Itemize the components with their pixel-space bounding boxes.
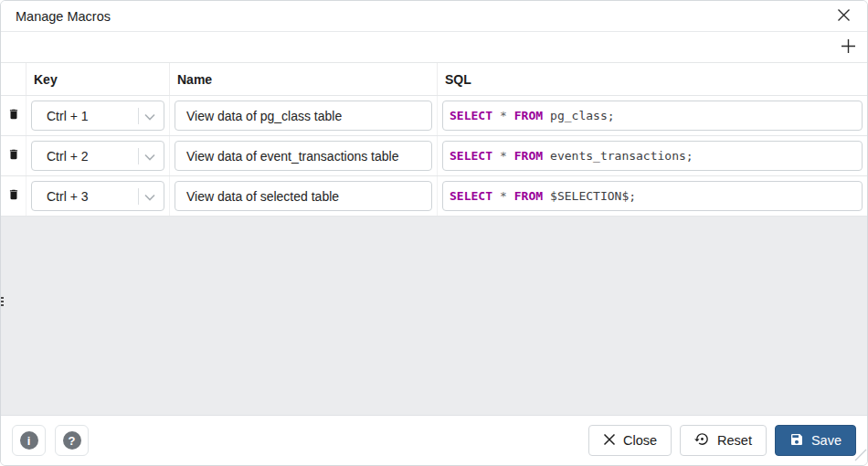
corner-resize-grip[interactable] (854, 449, 867, 465)
sql-editor[interactable]: SELECT*FROMevents_transactions; (442, 141, 863, 171)
table-row: Ctrl + 3 SELECT*FROM$SELECTION$; (1, 176, 867, 217)
dropdown-divider (138, 148, 139, 164)
trash-icon (7, 187, 20, 205)
sql-keyword: FROM (514, 189, 543, 203)
add-macro-button[interactable] (839, 37, 858, 58)
key-select-controls (138, 108, 155, 124)
key-select[interactable]: Ctrl + 2 (31, 141, 164, 171)
cell-key: Ctrl + 3 (26, 176, 170, 216)
close-button-label: Close (623, 433, 657, 448)
dialog-footer: i ? Close Reset (1, 415, 867, 465)
table-row: Ctrl + 1 SELECT*FROMpg_class; (1, 96, 867, 136)
help-icon: ? (63, 431, 81, 450)
delete-macro-button[interactable] (3, 145, 25, 167)
sql-keyword: SELECT (450, 189, 492, 203)
dropdown-divider (138, 108, 139, 124)
sql-object: pg_class; (550, 109, 614, 122)
key-select-controls (138, 148, 155, 164)
close-icon (603, 433, 616, 449)
sql-keyword: FROM (514, 149, 543, 163)
sql-info-button[interactable]: i (12, 425, 46, 456)
macro-name-input[interactable] (175, 101, 432, 131)
save-icon (789, 432, 804, 450)
sql-keyword: SELECT (450, 109, 492, 122)
cell-actions (1, 136, 26, 175)
key-select-value: Ctrl + 1 (47, 109, 89, 123)
info-icon: i (20, 431, 38, 450)
cell-actions (1, 176, 26, 216)
save-button-label: Save (811, 433, 842, 448)
chevron-down-icon (144, 188, 155, 205)
key-select[interactable]: Ctrl + 1 (31, 101, 164, 131)
reset-button[interactable]: Reset (680, 425, 767, 456)
header-cell-key: Key (26, 63, 170, 95)
sql-object: events_transactions; (550, 149, 693, 163)
sql-operator: * (500, 109, 507, 122)
cell-actions (1, 96, 26, 135)
close-icon (837, 8, 851, 25)
sql-object: $SELECTION$; (550, 189, 636, 203)
save-button[interactable]: Save (775, 425, 856, 456)
cell-sql: SELECT*FROMevents_transactions; (438, 136, 867, 175)
left-resize-grip[interactable] (1, 297, 4, 306)
toolbar (1, 32, 867, 62)
delete-macro-button[interactable] (3, 105, 25, 127)
footer-right-group: Close Reset Save (588, 425, 856, 456)
macro-name-input[interactable] (175, 141, 432, 171)
reset-icon (694, 431, 710, 450)
footer-left-group: i ? (12, 425, 89, 456)
key-select-controls (138, 188, 155, 205)
macro-name-input[interactable] (175, 181, 432, 211)
key-select[interactable]: Ctrl + 3 (31, 181, 164, 211)
help-button[interactable]: ? (55, 425, 89, 456)
cell-name (170, 176, 438, 216)
header-cell-name: Name (170, 63, 438, 95)
cell-sql: SELECT*FROM$SELECTION$; (438, 176, 867, 216)
dialog-body-empty-area (1, 217, 867, 415)
cell-name (170, 96, 438, 135)
trash-icon (7, 147, 20, 164)
macros-table-header: Key Name SQL (1, 62, 867, 96)
sql-operator: * (500, 149, 507, 163)
dialog-close-button[interactable] (835, 6, 852, 26)
cell-name (170, 136, 438, 175)
sql-keyword: SELECT (450, 149, 492, 163)
trash-icon (7, 107, 20, 124)
reset-button-label: Reset (717, 433, 752, 448)
dropdown-divider (138, 188, 139, 205)
header-cell-sql: SQL (438, 63, 867, 95)
table-row: Ctrl + 2 SELECT*FROMevents_transactions; (1, 136, 867, 176)
sql-operator: * (500, 189, 507, 203)
key-select-value: Ctrl + 3 (47, 189, 89, 204)
plus-icon (841, 38, 856, 57)
sql-keyword: FROM (514, 109, 543, 122)
dialog-title: Manage Macros (16, 9, 111, 24)
sql-editor[interactable]: SELECT*FROM$SELECTION$; (442, 181, 863, 211)
sql-editor[interactable]: SELECT*FROMpg_class; (442, 101, 863, 131)
cell-key: Ctrl + 1 (26, 96, 170, 135)
titlebar: Manage Macros (1, 1, 867, 32)
chevron-down-icon (144, 108, 155, 124)
header-cell-actions (1, 63, 26, 95)
delete-macro-button[interactable] (3, 185, 25, 207)
cell-sql: SELECT*FROMpg_class; (438, 96, 867, 135)
cell-key: Ctrl + 2 (26, 136, 170, 175)
key-select-value: Ctrl + 2 (47, 149, 89, 164)
close-button[interactable]: Close (588, 425, 672, 456)
chevron-down-icon (144, 148, 155, 164)
manage-macros-dialog: Manage Macros Key Name SQL (0, 0, 868, 466)
